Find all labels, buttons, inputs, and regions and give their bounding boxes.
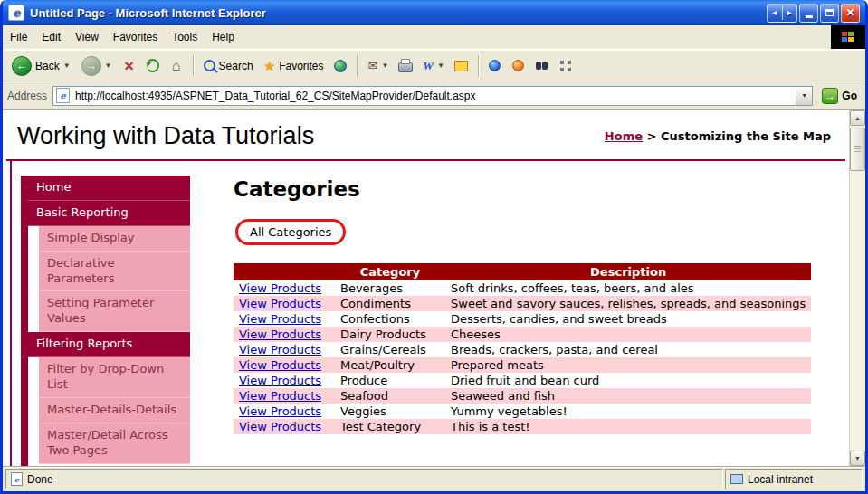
binoculars-button[interactable] bbox=[531, 55, 553, 77]
category-cell: Dairy Products bbox=[335, 327, 445, 342]
forward-button[interactable]: → ▼ bbox=[77, 54, 117, 78]
table-row: View Products Veggies Yummy vegetables! bbox=[234, 404, 811, 419]
table-row: View Products Meat/Poultry Prepared meat… bbox=[234, 357, 811, 373]
scroll-up-button[interactable]: ▲ bbox=[850, 110, 865, 126]
grid-icon bbox=[560, 61, 571, 71]
menu-view[interactable]: View bbox=[68, 25, 106, 49]
sidebar-item-simple-display[interactable]: Simple Display bbox=[39, 226, 190, 252]
view-products-link[interactable]: View Products bbox=[239, 297, 321, 310]
binoculars-icon bbox=[536, 62, 548, 70]
back-button[interactable]: ← Back ▼ bbox=[7, 54, 75, 78]
menu-edit[interactable]: Edit bbox=[34, 25, 68, 49]
view-products-link[interactable]: View Products bbox=[239, 281, 321, 295]
description-cell: Sweet and savory sauces, relishes, sprea… bbox=[445, 296, 811, 311]
edit-word-icon: W bbox=[423, 59, 434, 73]
pan-right-icon: ▸ bbox=[783, 5, 797, 22]
sidebar-item-master-details-details[interactable]: Master-Details-Details bbox=[39, 398, 190, 423]
description-cell: Prepared meats bbox=[445, 357, 811, 373]
table-row: View Products Dairy Products Cheeses bbox=[234, 327, 811, 342]
home-button[interactable]: ⌂ bbox=[166, 55, 187, 77]
table-row: View Products Beverages Soft drinks, cof… bbox=[234, 280, 811, 296]
maximize-button[interactable] bbox=[820, 4, 839, 23]
sidebar-item-setting-parameter-values[interactable]: Setting Parameter Values bbox=[39, 291, 190, 332]
edit-dropdown-icon[interactable]: ▼ bbox=[437, 62, 444, 70]
view-products-link[interactable]: View Products bbox=[239, 420, 321, 433]
status-bar: e Done Local intranet bbox=[3, 466, 865, 491]
status-panel-zone: Local intranet bbox=[725, 469, 863, 489]
menu-help[interactable]: Help bbox=[205, 25, 242, 49]
sidebar-item-home[interactable]: Home bbox=[28, 176, 190, 201]
ie-document-icon: e bbox=[8, 5, 24, 21]
scroll-down-button[interactable]: ▼ bbox=[850, 451, 865, 466]
menu-tools[interactable]: Tools bbox=[165, 25, 205, 49]
mail-button[interactable]: ✉ ▼ bbox=[363, 57, 393, 74]
page-header: Working with Data Tutorials Home > Custo… bbox=[6, 110, 845, 161]
media-icon bbox=[334, 60, 347, 72]
breadcrumb-separator: > bbox=[647, 129, 657, 143]
breadcrumb-home-link[interactable]: Home bbox=[605, 129, 643, 143]
favorites-button[interactable]: ★ Favorites bbox=[260, 57, 329, 75]
page-body: Home Basic Reporting Simple Display Decl… bbox=[10, 161, 849, 466]
print-icon bbox=[398, 62, 413, 72]
research-button[interactable] bbox=[508, 55, 529, 77]
breadcrumb-current: Customizing the Site Map bbox=[661, 129, 831, 143]
view-products-link[interactable]: View Products bbox=[239, 312, 321, 326]
pan-left-icon: ◂ bbox=[768, 5, 782, 22]
category-cell: Test Category bbox=[335, 419, 445, 434]
view-products-link[interactable]: View Products bbox=[239, 343, 321, 356]
forward-arrow-icon: → bbox=[81, 56, 101, 76]
table-row: View Products Condiments Sweet and savor… bbox=[234, 296, 811, 311]
stop-button[interactable]: ✕ bbox=[119, 55, 140, 77]
minimize-button[interactable] bbox=[799, 4, 818, 23]
close-button[interactable]: ✕ bbox=[841, 4, 860, 23]
grid-button[interactable] bbox=[555, 55, 577, 77]
category-cell: Confections bbox=[335, 311, 445, 327]
mail-dropdown-icon[interactable]: ▼ bbox=[381, 62, 388, 70]
sidebar-item-declarative-parameters[interactable]: Declarative Parameters bbox=[39, 252, 190, 292]
go-button[interactable]: → Go bbox=[818, 88, 861, 104]
vertical-scrollbar: ▲ ▼ bbox=[849, 110, 865, 466]
forward-dropdown-icon[interactable]: ▼ bbox=[105, 62, 112, 70]
view-products-link[interactable]: View Products bbox=[239, 374, 321, 387]
search-button[interactable]: Search bbox=[199, 58, 258, 74]
toolbar-separator bbox=[193, 55, 194, 77]
refresh-icon bbox=[146, 59, 159, 72]
sidebar-item-filter-by-dropdown-list[interactable]: Filter by Drop-Down List bbox=[39, 357, 190, 398]
scrollbar-track[interactable] bbox=[850, 126, 865, 451]
description-cell: Soft drinks, coffees, teas, beers, and a… bbox=[445, 280, 811, 296]
scrollbar-thumb[interactable] bbox=[850, 128, 865, 171]
go-arrow-icon: → bbox=[822, 88, 838, 104]
pan-left-right-button[interactable]: ◂ ▸ bbox=[767, 4, 797, 23]
category-cell: Seafood bbox=[335, 388, 445, 404]
view-products-link[interactable]: View Products bbox=[239, 358, 321, 372]
address-dropdown-button[interactable]: ▼ bbox=[796, 87, 812, 105]
messenger-button[interactable] bbox=[484, 55, 506, 77]
media-button[interactable] bbox=[329, 55, 351, 77]
discuss-button[interactable] bbox=[451, 55, 472, 77]
zone-text: Local intranet bbox=[748, 473, 813, 486]
windows-logo-throbber bbox=[831, 25, 865, 49]
edit-button[interactable]: W ▼ bbox=[418, 57, 448, 75]
menu-file[interactable]: File bbox=[3, 25, 34, 49]
table-row: View Products Confections Desserts, cand… bbox=[234, 311, 811, 327]
favorites-label: Favorites bbox=[279, 60, 323, 72]
toolbar-separator bbox=[478, 55, 479, 77]
minimize-icon bbox=[806, 15, 813, 18]
sidebar-item-master-detail-across-two-pages[interactable]: Master/Detail Across Two Pages bbox=[39, 423, 190, 464]
windows-flag-icon bbox=[842, 32, 855, 43]
back-dropdown-icon[interactable]: ▼ bbox=[63, 62, 71, 70]
address-input[interactable] bbox=[73, 86, 792, 106]
local-intranet-icon bbox=[730, 474, 743, 484]
sidebar-item-basic-reporting[interactable]: Basic Reporting bbox=[28, 201, 190, 226]
sidebar-item-filtering-reports[interactable]: Filtering Reports bbox=[28, 332, 190, 357]
breadcrumb: Home > Customizing the Site Map bbox=[605, 129, 831, 143]
research-icon bbox=[512, 60, 524, 71]
view-products-link[interactable]: View Products bbox=[239, 404, 321, 418]
view-products-link[interactable]: View Products bbox=[239, 389, 321, 403]
column-header-empty bbox=[234, 263, 335, 280]
view-products-link[interactable]: View Products bbox=[239, 328, 321, 341]
menu-favorites[interactable]: Favorites bbox=[106, 25, 165, 49]
print-button[interactable] bbox=[395, 55, 416, 77]
browser-window: e Untitled Page - Microsoft Internet Exp… bbox=[0, 0, 868, 494]
refresh-button[interactable] bbox=[142, 55, 164, 77]
